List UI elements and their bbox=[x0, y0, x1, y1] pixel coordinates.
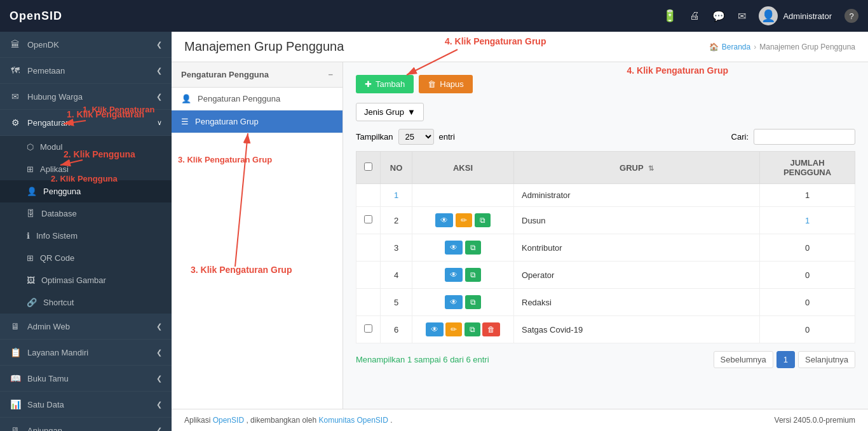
row-4-copy-btn[interactable]: ⧉ bbox=[465, 268, 481, 282]
left-panel-label-pengaturan-pengguna: Pengaturan Pengguna bbox=[198, 94, 280, 103]
table-row: 2 👁 ✏ ⧉ Dusun 1 bbox=[356, 207, 855, 234]
database-icon: 🗄 bbox=[27, 209, 35, 218]
help-icon[interactable]: ? bbox=[844, 9, 858, 23]
sidebar-item-anjungan[interactable]: 🖥 Anjungan ❮ bbox=[0, 418, 172, 431]
sidebar-item-pemetaan[interactable]: 🗺 Pemetaan ❮ bbox=[0, 58, 172, 84]
sidebar-item-optimasi-gambar[interactable]: 🖼 Optimasi Gambar bbox=[0, 269, 172, 291]
sidebar-item-satu-data[interactable]: 📊 Satu Data ❮ bbox=[0, 392, 172, 418]
user-menu[interactable]: 👤 Administrator bbox=[759, 6, 832, 25]
layout: 🏛 OpenDK ❮ 🗺 Pemetaan ❮ ✉ Hubung Warga ❮… bbox=[0, 32, 868, 431]
hapus-button[interactable]: 🗑 Hapus bbox=[419, 75, 473, 93]
entries-left: Tampilkan 25 50 100 entri bbox=[356, 129, 455, 145]
chevron-icon: ❮ bbox=[156, 93, 162, 101]
row-4-jumlah: 0 bbox=[760, 262, 855, 289]
row-6-edit-btn[interactable]: ✏ bbox=[445, 322, 462, 336]
row-1-checkbox-cell bbox=[356, 184, 381, 207]
footer-text1: Aplikasi bbox=[184, 416, 213, 425]
left-panel-item-pengaturan-grup[interactable]: ☰ Pengaturan Grup 3. Klik Pengaturan Gru… bbox=[172, 110, 342, 133]
prev-page-btn[interactable]: Sebelumnya bbox=[714, 351, 773, 368]
page-1-btn[interactable]: 1 bbox=[776, 351, 795, 368]
select-all-checkbox[interactable] bbox=[364, 162, 372, 171]
main-content: Manajemen Grup Pengguna 🏠 Beranda › Mana… bbox=[172, 32, 868, 431]
jenis-grup-label: Jenis Grup bbox=[364, 107, 404, 117]
pengguna-icon: 👤 bbox=[27, 187, 37, 196]
sidebar: 🏛 OpenDK ❮ 🗺 Pemetaan ❮ ✉ Hubung Warga ❮… bbox=[0, 32, 172, 431]
footer-link-komunitas[interactable]: Komunitas OpenSID bbox=[318, 416, 388, 425]
row-4-no: 4 bbox=[381, 262, 412, 289]
search-input[interactable] bbox=[754, 129, 855, 145]
row-6-jumlah: 0 bbox=[760, 316, 855, 343]
sidebar-label-info-sistem: Info Sistem bbox=[36, 231, 78, 241]
table-row: 5 👁 ⧉ Redaksi 0 bbox=[356, 289, 855, 316]
left-panel-list: 👤 Pengaturan Pengguna ☰ Pengaturan Grup … bbox=[172, 88, 342, 133]
row-2-checkbox-cell bbox=[356, 207, 381, 234]
row-6-delete-btn[interactable]: 🗑 bbox=[482, 322, 500, 336]
chevron-down-icon: ∨ bbox=[157, 119, 162, 127]
row-6-no: 6 bbox=[381, 316, 412, 343]
next-page-btn[interactable]: Selanjutnya bbox=[798, 351, 855, 368]
left-panel-collapse-icon[interactable]: − bbox=[328, 70, 333, 79]
sidebar-item-database[interactable]: 🗄 Database bbox=[0, 202, 172, 225]
sidebar-label-anjungan: Anjungan bbox=[27, 426, 62, 432]
sort-icon[interactable]: ⇅ bbox=[648, 164, 654, 173]
footer-text: Aplikasi OpenSID , dikembangkan oleh Kom… bbox=[184, 416, 393, 425]
sidebar-label-satu-data: Satu Data bbox=[27, 400, 64, 409]
row-2-view-btn[interactable]: 👁 bbox=[435, 213, 453, 227]
col-jumlah: JUMLAH PENGGUNA bbox=[760, 152, 855, 184]
row-2-copy-btn[interactable]: ⧉ bbox=[475, 213, 491, 227]
row-3-aksi: 👁 ⧉ bbox=[412, 234, 514, 262]
chevron-icon: ❮ bbox=[156, 427, 162, 432]
row-6-checkbox-cell bbox=[356, 316, 381, 343]
sidebar-label-admin-web: Admin Web bbox=[27, 322, 70, 331]
footer-text3: . bbox=[390, 416, 392, 425]
row-6-copy-btn[interactable]: ⧉ bbox=[465, 322, 480, 336]
row-3-copy-btn[interactable]: ⧉ bbox=[465, 241, 481, 255]
toolbar: ✚ Tambah 🗑 Hapus bbox=[356, 75, 855, 93]
sidebar-item-buku-tamu[interactable]: 📖 Buku Tamu ❮ bbox=[0, 366, 172, 392]
sidebar-label-pengguna: Pengguna bbox=[43, 187, 81, 196]
row-6-grup: Satgas Covid-19 bbox=[514, 316, 760, 343]
row-5-checkbox-cell bbox=[356, 289, 381, 316]
sidebar-item-info-sistem[interactable]: ℹ Info Sistem bbox=[0, 225, 172, 247]
sidebar-label-layanan-mandiri: Layanan Mandiri bbox=[27, 348, 88, 357]
sidebar-item-admin-web[interactable]: 🖥 Admin Web ❮ bbox=[0, 314, 172, 340]
row-2-checkbox[interactable] bbox=[364, 215, 372, 223]
entries-select[interactable]: 25 50 100 bbox=[398, 129, 434, 145]
mail-icon[interactable]: ✉ bbox=[738, 10, 746, 22]
row-5-view-btn[interactable]: 👁 bbox=[445, 295, 463, 309]
entries-row: Tampilkan 25 50 100 entri Cari: bbox=[356, 129, 855, 145]
left-panel-item-pengaturan-pengguna[interactable]: 👤 Pengaturan Pengguna bbox=[172, 88, 342, 110]
sidebar-label-buku-tamu: Buku Tamu bbox=[27, 374, 69, 383]
chat-icon[interactable]: 💬 bbox=[712, 10, 725, 22]
right-panel: 4. Klik Pengaturan Grup ✚ Tambah 🗑 Hapus bbox=[343, 62, 868, 409]
left-panel: Pengaturan Pengguna − 👤 Pengaturan Pengg… bbox=[172, 62, 343, 409]
left-panel-header: Pengaturan Pengguna − bbox=[172, 62, 342, 88]
row-3-jumlah: 0 bbox=[760, 234, 855, 262]
tambah-button[interactable]: ✚ Tambah bbox=[356, 75, 414, 93]
sidebar-item-pengguna[interactable]: 👤 Pengguna 2. Klik Pengguna bbox=[0, 180, 172, 202]
row-4-view-btn[interactable]: 👁 bbox=[445, 268, 463, 282]
row-3-grup: Kontributor bbox=[514, 234, 760, 262]
col-checkbox bbox=[356, 152, 381, 184]
row-1-grup: Administrator bbox=[514, 184, 760, 207]
row-3-view-btn[interactable]: 👁 bbox=[445, 241, 463, 255]
sidebar-item-shortcut[interactable]: 🔗 Shortcut bbox=[0, 291, 172, 314]
row-5-copy-btn[interactable]: ⧉ bbox=[465, 295, 481, 309]
sidebar-item-opendk[interactable]: 🏛 OpenDK ❮ bbox=[0, 32, 172, 58]
row-2-edit-btn[interactable]: ✏ bbox=[456, 213, 472, 227]
row-6-checkbox[interactable] bbox=[364, 324, 372, 333]
print-icon[interactable]: 🖨 bbox=[689, 10, 700, 22]
col-aksi: AKSI bbox=[412, 152, 514, 184]
breadcrumb-home[interactable]: Beranda bbox=[722, 43, 750, 51]
row-1-no[interactable]: 1 bbox=[381, 184, 412, 207]
row-6-view-btn[interactable]: 👁 bbox=[426, 322, 444, 336]
sidebar-menu: 🏛 OpenDK ❮ 🗺 Pemetaan ❮ ✉ Hubung Warga ❮… bbox=[0, 32, 172, 431]
jenis-grup-button[interactable]: Jenis Grup ▼ bbox=[356, 103, 424, 121]
sidebar-item-qr-code[interactable]: ⊞ QR Code bbox=[0, 247, 172, 269]
table-row: 4 👁 ⧉ Operator 0 bbox=[356, 262, 855, 289]
sidebar-item-layanan-mandiri[interactable]: 📋 Layanan Mandiri ❮ bbox=[0, 340, 172, 366]
sidebar-item-pengaturan[interactable]: ⚙ Pengaturan ∨ 1. Klik Pengaturan bbox=[0, 110, 172, 136]
footer-link-opensid[interactable]: OpenSID bbox=[213, 416, 244, 425]
battery-icon: 🔋 bbox=[663, 9, 677, 23]
sidebar-item-modul[interactable]: ⬡ Modul bbox=[0, 136, 172, 158]
